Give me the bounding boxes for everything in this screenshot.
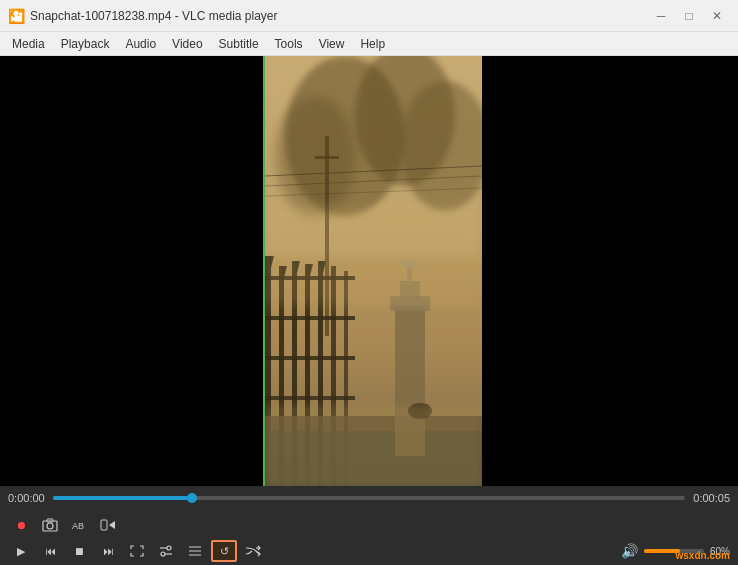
progress-handle[interactable] bbox=[187, 493, 197, 503]
svg-point-40 bbox=[47, 523, 53, 529]
video-area[interactable] bbox=[0, 56, 738, 486]
black-bar-left bbox=[0, 56, 265, 486]
record-button[interactable]: ⏺ bbox=[8, 514, 34, 536]
random-button[interactable] bbox=[240, 540, 266, 562]
window-title: Snapchat-100718238.mp4 - VLC media playe… bbox=[30, 9, 278, 23]
play-pause-button[interactable]: ▶ bbox=[8, 540, 34, 562]
transport-controls: ▶ ⏮ ⏹ ⏭ bbox=[8, 540, 266, 562]
controls-row2: ▶ ⏮ ⏹ ⏭ bbox=[8, 540, 730, 562]
svg-text:AB: AB bbox=[72, 521, 84, 531]
time-end: 0:00:05 bbox=[693, 492, 730, 504]
maximize-button[interactable]: □ bbox=[676, 5, 702, 27]
close-button[interactable]: ✕ bbox=[704, 5, 730, 27]
snapshot-button[interactable] bbox=[37, 514, 63, 536]
video-scene-svg bbox=[265, 56, 482, 486]
volume-controls: 🔊 60% wsxdn.com bbox=[621, 543, 730, 559]
fullscreen-button[interactable] bbox=[124, 540, 150, 562]
black-bar-right bbox=[482, 56, 738, 486]
menu-view[interactable]: View bbox=[311, 33, 353, 55]
loop-ab-button[interactable]: AB bbox=[66, 514, 92, 536]
menu-help[interactable]: Help bbox=[352, 33, 393, 55]
stop-button[interactable]: ⏹ bbox=[66, 540, 92, 562]
minimize-button[interactable]: ─ bbox=[648, 5, 674, 27]
menu-tools[interactable]: Tools bbox=[267, 33, 311, 55]
frame-by-frame-button[interactable] bbox=[95, 514, 121, 536]
controls-row1: ⏺ AB bbox=[8, 514, 730, 536]
loop-button[interactable]: ↺ bbox=[211, 540, 237, 562]
svg-marker-44 bbox=[109, 521, 115, 529]
menu-video[interactable]: Video bbox=[164, 33, 210, 55]
playlist-button[interactable] bbox=[182, 540, 208, 562]
prev-button[interactable]: ⏮ bbox=[37, 540, 63, 562]
controls-area: ⏺ AB ▶ ⏮ ⏹ ⏭ bbox=[0, 510, 738, 565]
video-content bbox=[0, 56, 738, 486]
progress-bar[interactable] bbox=[53, 496, 686, 500]
time-current: 0:00:00 bbox=[8, 492, 45, 504]
menu-subtitle[interactable]: Subtitle bbox=[211, 33, 267, 55]
svg-point-48 bbox=[161, 552, 165, 556]
menu-playback[interactable]: Playback bbox=[53, 33, 118, 55]
progress-fill bbox=[53, 496, 192, 500]
volume-icon: 🔊 bbox=[621, 543, 638, 559]
next-button[interactable]: ⏭ bbox=[95, 540, 121, 562]
progress-area: 0:00:00 0:00:05 bbox=[0, 486, 738, 510]
watermark: wsxdn.com bbox=[676, 550, 730, 561]
window-controls: ─ □ ✕ bbox=[648, 5, 730, 27]
vlc-logo-icon: 🎦 bbox=[8, 8, 24, 24]
svg-point-46 bbox=[167, 546, 171, 550]
extend-view-button[interactable] bbox=[153, 540, 179, 562]
svg-rect-43 bbox=[101, 520, 107, 530]
video-frame bbox=[265, 56, 482, 486]
menu-bar: Media Playback Audio Video Subtitle Tool… bbox=[0, 32, 738, 56]
svg-rect-38 bbox=[265, 406, 482, 486]
menu-audio[interactable]: Audio bbox=[117, 33, 164, 55]
menu-media[interactable]: Media bbox=[4, 33, 53, 55]
title-bar: 🎦 Snapchat-100718238.mp4 - VLC media pla… bbox=[0, 0, 738, 32]
svg-rect-37 bbox=[265, 206, 482, 306]
